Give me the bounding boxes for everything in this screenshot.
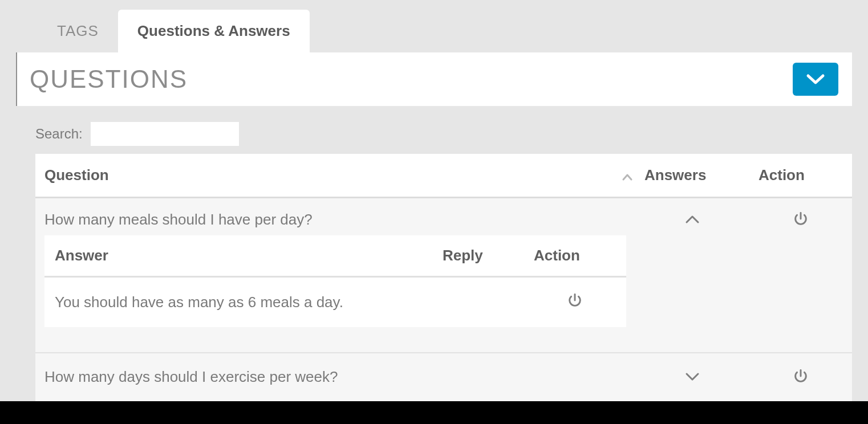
power-icon (793, 211, 809, 227)
answers-table: Answer Reply Action You should have as m… (44, 235, 626, 327)
question-text: How many meals should I have per day? (44, 211, 626, 229)
col-header-answer: Answer (44, 235, 432, 277)
table-header-row: Question Answers Action (35, 154, 852, 198)
question-text: How many days should I exercise per week… (44, 368, 626, 386)
answers-toggle-cell (635, 198, 749, 353)
power-icon (567, 292, 583, 308)
table-row: How many days should I exercise per week… (35, 353, 852, 403)
question-power-button[interactable] (793, 211, 809, 227)
bottom-bar (0, 401, 868, 424)
question-action-cell (749, 198, 852, 353)
chevron-up-icon (684, 214, 700, 225)
col-header-question[interactable]: Question (35, 154, 635, 198)
col-header-question-label: Question (44, 166, 109, 184)
questions-table-wrap: Question Answers Action (35, 154, 852, 403)
section-toggle-button[interactable] (793, 63, 838, 96)
tab-strip: TAGS Questions & Answers (16, 0, 852, 52)
table-row: How many meals should I have per day? An… (35, 198, 852, 353)
questions-table: Question Answers Action (35, 154, 852, 403)
col-header-action-label: Action (759, 166, 805, 184)
question-cell: How many days should I exercise per week… (35, 353, 635, 403)
expand-answers-button[interactable] (684, 372, 700, 382)
search-row: Search: (16, 106, 852, 154)
col-header-reply: Reply (432, 235, 524, 277)
power-icon (793, 368, 809, 384)
question-action-cell (749, 353, 852, 403)
answer-power-button[interactable] (567, 292, 583, 308)
collapse-answers-button[interactable] (684, 214, 700, 225)
question-cell: How many meals should I have per day? An… (35, 198, 635, 353)
tab-questions-answers[interactable]: Questions & Answers (118, 10, 310, 52)
col-header-action: Action (749, 154, 852, 198)
section-header: QUESTIONS (16, 52, 852, 106)
answers-toggle-cell (635, 353, 749, 403)
col-header-answers-label: Answers (644, 166, 706, 184)
col-header-inner-action: Action (524, 235, 626, 277)
chevron-down-icon (806, 74, 825, 85)
tab-tags[interactable]: TAGS (38, 10, 118, 52)
search-label: Search: (35, 126, 83, 142)
answer-reply (432, 277, 524, 328)
answers-header-row: Answer Reply Action (44, 235, 626, 277)
col-header-answers[interactable]: Answers (635, 154, 749, 198)
sort-asc-icon (622, 168, 633, 185)
answer-action-cell (524, 277, 626, 328)
answer-text: You should have as many as 6 meals a day… (44, 277, 432, 328)
chevron-down-icon (684, 372, 700, 382)
answer-row: You should have as many as 6 meals a day… (44, 277, 626, 328)
section-title: QUESTIONS (30, 65, 188, 93)
search-input[interactable] (91, 122, 239, 146)
page: TAGS Questions & Answers QUESTIONS Searc… (0, 0, 868, 403)
question-power-button[interactable] (793, 368, 809, 384)
